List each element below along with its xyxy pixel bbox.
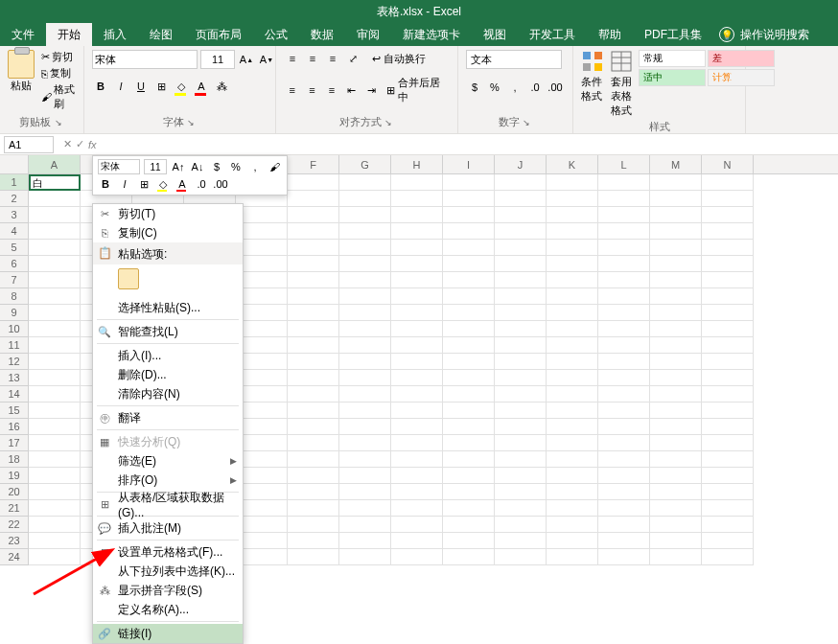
cell[interactable] (236, 468, 288, 484)
row-header-22[interactable]: 22 (0, 517, 29, 533)
cell[interactable] (288, 354, 339, 370)
cell[interactable] (29, 517, 81, 533)
menu-define-name[interactable]: 定义名称(A)... (93, 600, 243, 619)
cell[interactable] (650, 419, 702, 435)
cell[interactable] (339, 435, 391, 451)
cell[interactable] (702, 484, 754, 500)
tell-me-icon[interactable]: 💡 (719, 27, 734, 42)
select-all-corner[interactable] (0, 155, 29, 173)
cell[interactable] (288, 419, 339, 435)
tab-developer[interactable]: 开发工具 (518, 23, 587, 46)
cell[interactable] (495, 337, 547, 354)
cell[interactable] (702, 435, 754, 451)
mini-font-select[interactable] (98, 159, 140, 174)
mini-inc-decimal[interactable]: .0 (194, 176, 209, 192)
cell[interactable] (547, 240, 598, 256)
cell[interactable] (495, 500, 547, 517)
cell[interactable] (702, 288, 754, 305)
cell[interactable] (495, 370, 547, 386)
cell[interactable] (495, 191, 547, 207)
cell[interactable] (288, 337, 339, 354)
cell[interactable] (29, 354, 81, 370)
cell[interactable] (547, 272, 598, 288)
cell[interactable] (495, 468, 547, 484)
col-header-g[interactable]: G (339, 155, 391, 173)
menu-insert-comment[interactable]: 💬插入批注(M) (93, 518, 243, 538)
number-format-select[interactable] (466, 50, 562, 69)
cell[interactable] (391, 402, 443, 419)
italic-button[interactable]: I (112, 78, 129, 95)
row-header-6[interactable]: 6 (0, 256, 29, 272)
row-header-17[interactable]: 17 (0, 435, 29, 451)
cell[interactable] (443, 256, 495, 272)
fx-icon[interactable]: fx (88, 139, 97, 150)
row-header-21[interactable]: 21 (0, 500, 29, 517)
accounting-button[interactable]: $ (466, 79, 483, 96)
cell[interactable] (288, 207, 339, 223)
decrease-indent-button[interactable]: ⇤ (343, 81, 361, 99)
cell[interactable] (391, 191, 443, 207)
cell[interactable] (495, 174, 547, 191)
cell[interactable] (339, 386, 391, 402)
cell[interactable] (495, 288, 547, 305)
cell[interactable] (236, 533, 288, 549)
cell[interactable] (650, 174, 702, 191)
cell[interactable] (288, 240, 339, 256)
row-header-9[interactable]: 9 (0, 305, 29, 321)
cell[interactable] (598, 451, 650, 468)
cell[interactable] (443, 468, 495, 484)
align-center-button[interactable]: ≡ (304, 81, 321, 99)
mini-percent[interactable]: % (228, 159, 244, 174)
cell[interactable] (598, 402, 650, 419)
cell[interactable] (702, 240, 754, 256)
mini-font-color[interactable]: A (175, 176, 190, 192)
cell[interactable] (443, 549, 495, 565)
cell[interactable] (236, 484, 288, 500)
cell[interactable] (29, 386, 81, 402)
cell[interactable] (339, 517, 391, 533)
tab-data[interactable]: 数据 (299, 23, 345, 46)
increase-font-button[interactable]: A▲ (238, 51, 255, 68)
cell[interactable] (598, 484, 650, 500)
menu-smart-lookup[interactable]: 🔍智能查找(L) (93, 322, 243, 341)
cell[interactable] (443, 223, 495, 240)
font-name-select[interactable] (92, 50, 198, 69)
cell[interactable] (702, 402, 754, 419)
cell[interactable] (236, 272, 288, 288)
cell[interactable] (650, 223, 702, 240)
underline-button[interactable]: U (132, 78, 150, 95)
mini-dec-decimal[interactable]: .00 (213, 176, 228, 192)
menu-filter[interactable]: 筛选(E)▶ (93, 451, 243, 471)
cell[interactable] (339, 305, 391, 321)
cell[interactable] (495, 451, 547, 468)
cell[interactable] (288, 191, 339, 207)
format-as-table-button[interactable]: 套用 表格格式 (610, 50, 633, 118)
cell[interactable] (650, 305, 702, 321)
cell[interactable] (29, 370, 81, 386)
col-header-n[interactable]: N (702, 155, 754, 173)
menu-translate[interactable]: ㊥翻译 (93, 408, 243, 427)
cell[interactable] (650, 240, 702, 256)
cell[interactable] (650, 370, 702, 386)
cell[interactable] (650, 435, 702, 451)
cell[interactable] (443, 370, 495, 386)
cell[interactable] (650, 451, 702, 468)
row-header-20[interactable]: 20 (0, 484, 29, 500)
cell[interactable] (547, 484, 598, 500)
cell[interactable] (702, 386, 754, 402)
cell[interactable] (339, 223, 391, 240)
cell[interactable] (391, 337, 443, 354)
menu-get-data[interactable]: ⊞从表格/区域获取数据(G)... (93, 494, 243, 514)
cell[interactable] (29, 451, 81, 468)
cell[interactable] (391, 386, 443, 402)
cell[interactable] (598, 468, 650, 484)
cell[interactable] (236, 386, 288, 402)
cell[interactable] (443, 435, 495, 451)
cell[interactable] (288, 288, 339, 305)
cell[interactable] (288, 305, 339, 321)
row-header-23[interactable]: 23 (0, 533, 29, 549)
cell[interactable] (598, 354, 650, 370)
cell[interactable] (495, 517, 547, 533)
font-size-select[interactable] (200, 50, 235, 69)
percent-button[interactable]: % (486, 79, 503, 96)
